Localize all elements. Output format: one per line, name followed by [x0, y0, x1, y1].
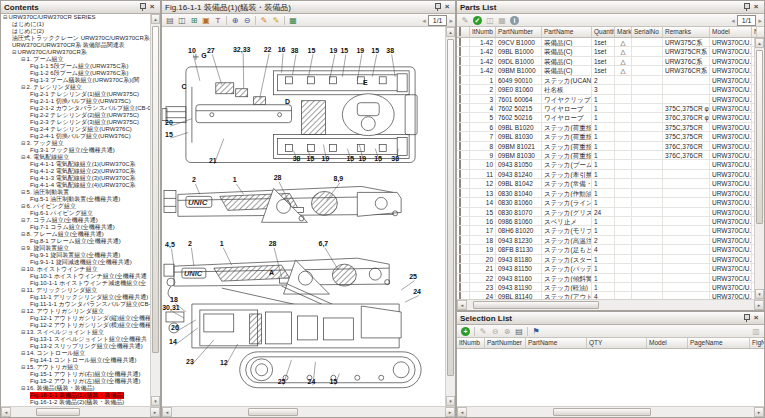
copy-page-icon[interactable]: ◫ [176, 15, 188, 26]
callout-6,7[interactable]: 6,7 [319, 240, 329, 248]
parts-table-row[interactable]: 150830 81070ステッカ(グリス)24URW370C/U... [457, 208, 754, 217]
callout-D[interactable]: D [285, 98, 290, 105]
tree-item[interactable]: Fig.1-1 5段ブーム組立(URW375C系) [1, 63, 150, 70]
scroll-thumb[interactable] [248, 408, 297, 416]
callout-G[interactable]: G [201, 52, 206, 59]
row-checkbox[interactable] [457, 57, 470, 66]
scroll-up-icon[interactable]: ▴ [446, 27, 455, 37]
scroll-thumb[interactable] [447, 39, 454, 376]
tree-collapse-icon[interactable]: ⊟ [21, 231, 26, 238]
row-checkbox[interactable] [457, 104, 470, 113]
parts-table-row[interactable]: 809BM 81021ステッカ(荷重指示...1376C,376CRURW370… [457, 142, 754, 151]
copy-icon[interactable]: ◫ [484, 15, 496, 26]
tree-collapse-icon[interactable]: ⊟ [12, 49, 17, 56]
parts-vertical-scrollbar[interactable]: ▴ ▾ [754, 38, 764, 299]
column-header-partnumber[interactable]: PartNumber [496, 27, 542, 37]
tree-item[interactable]: Fig.4-1-2 電気配線組立(2)(URW370C系 [1, 168, 150, 175]
column-header-qty[interactable]: QTY [587, 338, 647, 348]
tree-item[interactable]: Fig.14-1 コントロール組立(全機種共通) [1, 357, 150, 364]
export-icon[interactable]: ▥ [750, 326, 762, 337]
row-checkbox[interactable] [457, 189, 470, 198]
parts-table-row[interactable]: 16049 90010ステッカ(UCAN Sup...2URW370C/U... [457, 76, 754, 85]
row-checkbox[interactable] [457, 170, 470, 179]
tree-collapse-icon[interactable]: ⊟ [21, 350, 26, 357]
tree-collapse-icon[interactable]: ⊟ [21, 140, 26, 147]
row-checkbox[interactable] [457, 179, 470, 188]
row-checkbox[interactable] [457, 198, 470, 207]
tree-item[interactable]: Fig.15-2 アウトリガ(左)組立(全機種共通) [1, 378, 150, 385]
parts-table-row[interactable]: 130830 81040ステッカ(作動油)1URW370C/U... [457, 189, 754, 198]
figure-horizontal-scrollbar[interactable]: ◂ ▸ [162, 406, 455, 417]
figure-vertical-scrollbar[interactable]: ▴ ▾ [445, 27, 455, 406]
tree-item[interactable]: ⊟URW370C/URW370CR系 [1, 49, 150, 56]
tree-item[interactable]: Fig.13-2 スリップリング組立(全機種共通) [1, 343, 150, 350]
parts-table-row[interactable]: 220943 81160ステッカ(傾斜警報)1URW370C/U... [457, 274, 754, 283]
parts-table-row[interactable]: 140830 81060ステッカ(ラインフィル...1URW370C/U... [457, 198, 754, 207]
tree-item[interactable]: Fig.4-1-3 電気配線組立(3)(URW370C系 [1, 175, 150, 182]
callout-19[interactable]: 19 [358, 155, 366, 162]
tree-item[interactable]: はじめに(2) [1, 28, 150, 35]
parts-table-row[interactable]: 200943 81180ステッカ(スタータ)1URW370C/U... [457, 255, 754, 264]
auto-hide-pin-icon[interactable] [741, 2, 751, 12]
scroll-track[interactable] [755, 48, 764, 289]
scroll-track[interactable] [467, 407, 754, 417]
close-icon[interactable]: × [751, 313, 761, 323]
scroll-right-icon[interactable]: ▸ [754, 300, 764, 310]
tree-item[interactable]: ⊟16. 装備品(艤装・装備品) [1, 385, 150, 392]
next-page-icon[interactable]: ▸ [449, 16, 453, 25]
scroll-right-icon[interactable]: ▸ [150, 407, 160, 417]
callout-22[interactable]: 22 [264, 46, 272, 53]
callout-12[interactable]: 12 [220, 359, 228, 366]
parts-table-row[interactable]: 230943 81190ステッカ(軽油)1URW370C/U... [457, 283, 754, 292]
close-icon[interactable]: × [442, 2, 452, 12]
column-header-remarks[interactable]: Remarks [663, 27, 710, 37]
tree-item[interactable]: ⊟15. アウトリガ組立 [1, 364, 150, 371]
parts-table-row[interactable]: 47602 50215ワイヤロープ1375C,375CR φ...URW370C… [457, 104, 754, 113]
tree-item[interactable]: Fig.9-1 旋回装置組立(全機種共通) [1, 252, 150, 259]
print-icon[interactable]: ▤ [513, 326, 525, 337]
tree-item[interactable]: Fig.11-1-1 カウンタバランスバルブ組立(CB- [1, 301, 150, 308]
tree-item[interactable]: Fig.12-1 アウトリガシリンダ(縦)組立(全機種 [1, 315, 150, 322]
parts-table-row[interactable]: 909BM 81030ステッカ(荷重指示...1376C,376CRURW370… [457, 151, 754, 160]
tree-item[interactable]: Fig.5-1 油圧制動装置(全機種共通) [1, 196, 150, 203]
fit-page-icon[interactable]: ⊞ [188, 15, 200, 26]
grid-icon[interactable]: ▦ [496, 15, 508, 26]
tree-collapse-icon[interactable]: ⊟ [21, 189, 26, 196]
parts-table-row[interactable]: 709BL 81030ステッカ(荷重指示...1375C,375CRURW370… [457, 132, 754, 141]
find-icon[interactable]: ⚑ [530, 326, 542, 337]
prev-page-icon[interactable]: ◂ [422, 16, 426, 25]
parts-table-row[interactable]: 609BL B1020ステッカ(荷重指示...1375C,375CRURW370… [457, 123, 754, 132]
scroll-down-icon[interactable]: ▾ [446, 396, 455, 406]
remove-icon[interactable]: ⊖ [489, 326, 501, 337]
parts-table-row[interactable]: 1-4209BL B1000装備品(C)1set△URW375CR系URW370… [457, 47, 754, 56]
edit-icon[interactable]: ✎ [477, 326, 489, 337]
row-checkbox[interactable] [457, 66, 470, 75]
tree-item[interactable]: Fig.2-1 テレシリンダ(1)組立(URW375C) [1, 91, 150, 98]
callout-1[interactable]: 1 [220, 240, 224, 247]
zoom-out-icon[interactable]: ⊖ [241, 15, 253, 26]
tree-item[interactable]: はじめに(1) [1, 21, 150, 28]
tree-item[interactable]: Fig.2-4-1 切換バルブ組立(URW376C) [1, 133, 150, 140]
row-checkbox[interactable] [457, 76, 470, 85]
tree-item[interactable]: Fig.10-1-1 ホイストウインチ減速機組立(全 [1, 280, 150, 287]
tree-collapse-icon[interactable]: ⊟ [21, 84, 26, 91]
row-checkbox[interactable] [457, 95, 470, 104]
column-header-serialno[interactable]: SerialNo [632, 27, 663, 37]
scroll-left-icon[interactable]: ◂ [162, 407, 172, 417]
callout-38[interactable]: 38 [293, 155, 301, 162]
tree-collapse-icon[interactable]: ⊟ [21, 385, 26, 392]
tree-item[interactable]: ⊟14. コントロール組立 [1, 350, 150, 357]
callout-2[interactable]: 2 [192, 176, 196, 183]
row-checkbox[interactable] [457, 151, 470, 160]
column-header-itnumb[interactable]: ItNumb [457, 338, 485, 348]
scroll-thumb[interactable] [756, 50, 763, 224]
scroll-left-icon[interactable]: ◂ [457, 407, 467, 417]
parts-table-row[interactable]: 110943 81240ステッカ(牽引禁止)1URW370C/U... [457, 170, 754, 179]
row-checkbox[interactable] [457, 142, 470, 151]
callout-19[interactable]: 19 [322, 155, 330, 162]
callout-38[interactable]: 38 [291, 47, 299, 54]
tree-item[interactable]: 油圧式トラッククレーン URW370C/URW370CR系 [1, 35, 150, 42]
parts-table-row[interactable]: 1-4209BM B1000装備品(C)1set△URW376CR系URW370… [457, 66, 754, 75]
parts-table-row[interactable]: 37601 60064ワイヤクリップ1URW370C/U... [457, 95, 754, 104]
tree-item[interactable]: ⊟1. ブーム組立 [1, 56, 150, 63]
